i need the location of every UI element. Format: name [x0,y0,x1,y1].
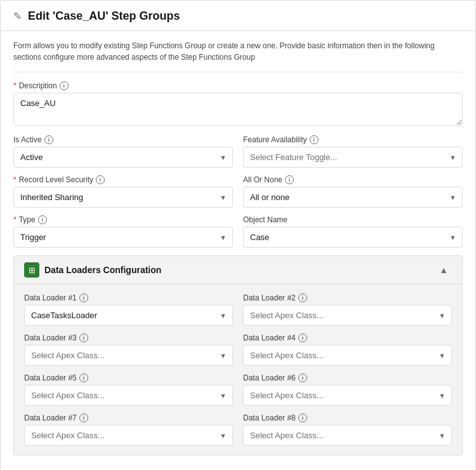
dl8-label: Data Loader #8 i [243,413,452,422]
dl5-select-wrapper: Select Apex Class... ▼ [24,385,233,406]
type-info-icon[interactable]: i [38,215,47,224]
rls-select[interactable]: Inherited Sharing With Sharing Without S… [13,187,233,208]
modal-body: Form allows you to modify existing Step … [1,31,475,470]
dl3-select[interactable]: Select Apex Class... [24,345,233,366]
dl6-label: Data Loader #6 i [243,373,452,382]
type-select-wrapper: Trigger Batch ▼ [13,227,233,248]
description-group: * Description i <span data-bind="form.de… [13,81,463,128]
dl-row-3: Data Loader #5 i Select Apex Class... ▼ [24,373,452,406]
dl2-select[interactable]: Select Apex Class... [243,305,452,326]
edit-icon: ✎ [13,10,22,22]
all-or-none-label: All Or None i [243,175,463,184]
row-active-feature: Is Active i Active Inactive ▼ Feature Av… [13,135,463,168]
type-col: * Type i Trigger Batch ▼ [13,215,233,248]
dl7-select-wrapper: Select Apex Class... ▼ [24,425,233,446]
object-name-select-wrapper: Case Account ▼ [243,227,463,248]
dl5-select[interactable]: Select Apex Class... [24,385,233,406]
feature-availability-select[interactable]: Select Feature Toggle... [243,147,463,168]
section-header-left: ⊞ Data Loaders Configuration [24,262,161,278]
dl2-info-icon[interactable]: i [298,293,307,302]
dl-row-4: Data Loader #7 i Select Apex Class... ▼ [24,413,452,446]
all-or-none-info-icon[interactable]: i [285,175,294,184]
row-type-object: * Type i Trigger Batch ▼ Object Name [13,215,463,248]
dl-row-1: Data Loader #1 i CaseTasksLoader Select … [24,293,452,326]
dl3-info-icon[interactable]: i [79,333,88,342]
rls-info-icon[interactable]: i [96,175,105,184]
dl7-info-icon[interactable]: i [79,413,88,422]
all-or-none-select[interactable]: All or none Partial [243,187,463,208]
all-or-none-select-wrapper: All or none Partial ▼ [243,187,463,208]
modal-header: ✎ Edit 'Case_AU' Step Groups [1,1,475,31]
dl1-select[interactable]: CaseTasksLoader Select Apex Class... [24,305,233,326]
dl2-col: Data Loader #2 i Select Apex Class... ▼ [243,293,452,326]
object-name-label: Object Name [243,215,463,224]
is-active-col: Is Active i Active Inactive ▼ [13,135,233,168]
required-star-type: * [13,215,17,224]
dl1-col: Data Loader #1 i CaseTasksLoader Select … [24,293,233,326]
type-select[interactable]: Trigger Batch [13,227,233,248]
record-level-security-col: * Record Level Security i Inherited Shar… [13,175,233,208]
dl1-select-wrapper: CaseTasksLoader Select Apex Class... ▼ [24,305,233,326]
all-or-none-col: All Or None i All or none Partial ▼ [243,175,463,208]
dl6-col: Data Loader #6 i Select Apex Class... ▼ [243,373,452,406]
data-loaders-body: Data Loader #1 i CaseTasksLoader Select … [14,285,462,455]
dl1-info-icon[interactable]: i [79,293,88,302]
dl4-select-wrapper: Select Apex Class... ▼ [243,345,452,366]
dl7-col: Data Loader #7 i Select Apex Class... ▼ [24,413,233,446]
is-active-info-icon[interactable]: i [44,135,53,144]
is-active-select[interactable]: Active Inactive [13,147,233,168]
dl3-select-wrapper: Select Apex Class... ▼ [24,345,233,366]
data-loaders-title: Data Loaders Configuration [44,265,161,275]
dl3-label: Data Loader #3 i [24,333,233,342]
dl5-info-icon[interactable]: i [79,373,88,382]
data-loaders-icon: ⊞ [24,262,39,278]
dl3-col: Data Loader #3 i Select Apex Class... ▼ [24,333,233,366]
dl6-select[interactable]: Select Apex Class... [243,385,452,406]
feature-availability-info-icon[interactable]: i [310,135,319,144]
dl7-label: Data Loader #7 i [24,413,233,422]
dl6-select-wrapper: Select Apex Class... ▼ [243,385,452,406]
object-name-select[interactable]: Case Account [243,227,463,248]
type-label: * Type i [13,215,233,224]
record-level-security-label: * Record Level Security i [13,175,233,184]
collapse-button[interactable]: ▲ [435,264,452,276]
is-active-select-wrapper: Active Inactive ▼ [13,147,233,168]
dl-row-2: Data Loader #3 i Select Apex Class... ▼ [24,333,452,366]
data-loaders-section: ⊞ Data Loaders Configuration ▲ Data Load… [13,255,463,455]
dl5-label: Data Loader #5 i [24,373,233,382]
dl8-select-wrapper: Select Apex Class... ▼ [243,425,452,446]
dl8-select[interactable]: Select Apex Class... [243,425,452,446]
modal-container: ✎ Edit 'Case_AU' Step Groups Form allows… [0,0,476,470]
dl4-info-icon[interactable]: i [298,333,307,342]
object-name-col: Object Name Case Account ▼ [243,215,463,248]
dl6-info-icon[interactable]: i [298,373,307,382]
required-star: * [13,81,17,90]
feature-availability-label: Feature Availability i [243,135,463,144]
dl8-info-icon[interactable]: i [298,413,307,422]
dl7-select[interactable]: Select Apex Class... [24,425,233,446]
required-star-rls: * [13,175,17,184]
is-active-label: Is Active i [13,135,233,144]
dl5-col: Data Loader #5 i Select Apex Class... ▼ [24,373,233,406]
dl4-label: Data Loader #4 i [243,333,452,342]
description-textarea[interactable]: <span data-bind="form.description_value"… [13,93,463,126]
dl4-select[interactable]: Select Apex Class... [243,345,452,366]
dl1-label: Data Loader #1 i [24,293,233,302]
dl4-col: Data Loader #4 i Select Apex Class... ▼ [243,333,452,366]
modal-title: Edit 'Case_AU' Step Groups [28,10,180,23]
data-loaders-header: ⊞ Data Loaders Configuration ▲ [14,256,462,285]
rls-select-wrapper: Inherited Sharing With Sharing Without S… [13,187,233,208]
description-label: * Description i [13,81,463,90]
feature-availability-select-wrapper: Select Feature Toggle... ▼ [243,147,463,168]
dl2-label: Data Loader #2 i [243,293,452,302]
description-info-icon[interactable]: i [60,81,69,90]
feature-availability-col: Feature Availability i Select Feature To… [243,135,463,168]
row-security-allornone: * Record Level Security i Inherited Shar… [13,175,463,208]
form-description: Form allows you to modify existing Step … [13,31,463,72]
dl8-col: Data Loader #8 i Select Apex Class... ▼ [243,413,452,446]
dl2-select-wrapper: Select Apex Class... ▼ [243,305,452,326]
